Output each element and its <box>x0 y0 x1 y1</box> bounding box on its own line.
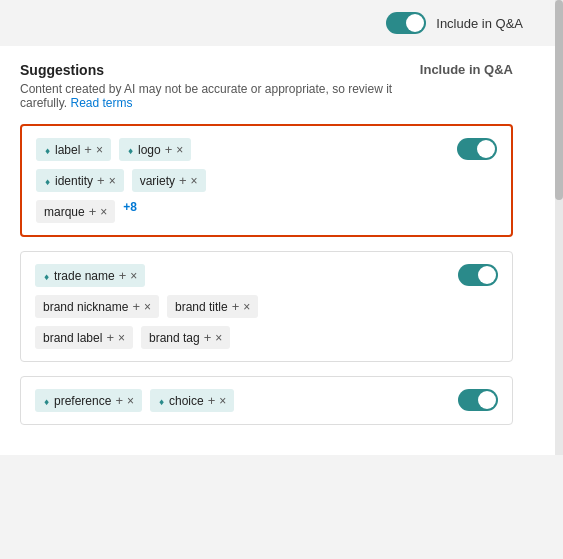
tag-choice-x[interactable]: × <box>219 394 226 408</box>
diamond-icon-5: ⬧ <box>43 394 50 408</box>
tag-logo-x[interactable]: × <box>176 143 183 157</box>
card2-row2: brand nickname + × brand title + × <box>35 295 498 318</box>
tag-identity-x[interactable]: × <box>109 174 116 188</box>
tag-brand-tag-x[interactable]: × <box>215 331 222 345</box>
tag-label-x[interactable]: × <box>96 143 103 157</box>
card3-row1: ⬧ preference + × ⬧ choice + × <box>35 389 498 412</box>
tag-variety-plus[interactable]: + <box>179 173 187 188</box>
tag-brand-tag-plus[interactable]: + <box>204 330 212 345</box>
diamond-icon-6: ⬧ <box>158 394 165 408</box>
tag-variety: variety + × <box>132 169 206 192</box>
tag-choice-plus[interactable]: + <box>208 393 216 408</box>
more-badge[interactable]: +8 <box>123 200 137 223</box>
suggestion-card-1: ⬧ label + × ⬧ logo + × ⬧ identity + <box>20 124 513 237</box>
tag-variety-x[interactable]: × <box>191 174 198 188</box>
tag-logo-plus[interactable]: + <box>165 142 173 157</box>
card3-toggle[interactable] <box>458 389 498 414</box>
tag-label-plus[interactable]: + <box>84 142 92 157</box>
suggestion-card-3: ⬧ preference + × ⬧ choice + × <box>20 376 513 425</box>
card1-row2: ⬧ identity + × variety + × <box>36 169 497 192</box>
card1-toggle-switch[interactable] <box>457 138 497 160</box>
tag-marque-plus[interactable]: + <box>89 204 97 219</box>
top-toggle-label: Include in Q&A <box>436 16 523 31</box>
suggestions-title: Suggestions <box>20 62 420 78</box>
suggestions-description: Content created by AI may not be accurat… <box>20 82 420 110</box>
tag-trade-name-x[interactable]: × <box>130 269 137 283</box>
tag-preference-x[interactable]: × <box>127 394 134 408</box>
card2-row3: brand label + × brand tag + × <box>35 326 498 349</box>
read-terms-link[interactable]: Read terms <box>70 96 132 110</box>
diamond-icon-3: ⬧ <box>44 174 51 188</box>
scrollbar-thumb[interactable] <box>555 0 563 200</box>
tag-identity: ⬧ identity + × <box>36 169 124 192</box>
tag-brand-tag: brand tag + × <box>141 326 230 349</box>
tag-identity-plus[interactable]: + <box>97 173 105 188</box>
tag-marque-x[interactable]: × <box>100 205 107 219</box>
main-container: Suggestions Content created by AI may no… <box>0 46 533 455</box>
tag-preference-plus[interactable]: + <box>115 393 123 408</box>
suggestion-card-2: ⬧ trade name + × brand nickname + × bran… <box>20 251 513 362</box>
scrollbar-track <box>555 0 563 455</box>
card3-toggle-switch[interactable] <box>458 389 498 411</box>
tag-brand-title-plus[interactable]: + <box>232 299 240 314</box>
tag-brand-nickname-plus[interactable]: + <box>132 299 140 314</box>
card1-row3: marque + × +8 <box>36 200 497 223</box>
diamond-icon: ⬧ <box>44 143 51 157</box>
tag-choice: ⬧ choice + × <box>150 389 234 412</box>
tag-brand-label-x[interactable]: × <box>118 331 125 345</box>
tag-brand-label-plus[interactable]: + <box>106 330 114 345</box>
tag-marque: marque + × <box>36 200 115 223</box>
card2-row1: ⬧ trade name + × <box>35 264 498 287</box>
tag-logo: ⬧ logo + × <box>119 138 191 161</box>
card2-toggle[interactable] <box>458 264 498 289</box>
card1-row1: ⬧ label + × ⬧ logo + × <box>36 138 497 161</box>
tag-brand-label: brand label + × <box>35 326 133 349</box>
tag-brand-title-x[interactable]: × <box>243 300 250 314</box>
suggestions-left: Suggestions Content created by AI may no… <box>20 62 420 110</box>
column-header: Include in Q&A <box>420 62 513 77</box>
tag-brand-nickname-x[interactable]: × <box>144 300 151 314</box>
tag-brand-nickname: brand nickname + × <box>35 295 159 318</box>
top-bar: Include in Q&A <box>0 0 563 46</box>
tag-trade-name-plus[interactable]: + <box>119 268 127 283</box>
tag-preference: ⬧ preference + × <box>35 389 142 412</box>
suggestions-header: Suggestions Content created by AI may no… <box>20 62 513 110</box>
tag-trade-name: ⬧ trade name + × <box>35 264 145 287</box>
tag-brand-title: brand title + × <box>167 295 258 318</box>
card1-toggle[interactable] <box>457 138 497 163</box>
diamond-icon-2: ⬧ <box>127 143 134 157</box>
diamond-icon-4: ⬧ <box>43 269 50 283</box>
tag-label: ⬧ label + × <box>36 138 111 161</box>
card2-toggle-switch[interactable] <box>458 264 498 286</box>
top-toggle[interactable] <box>386 12 426 34</box>
